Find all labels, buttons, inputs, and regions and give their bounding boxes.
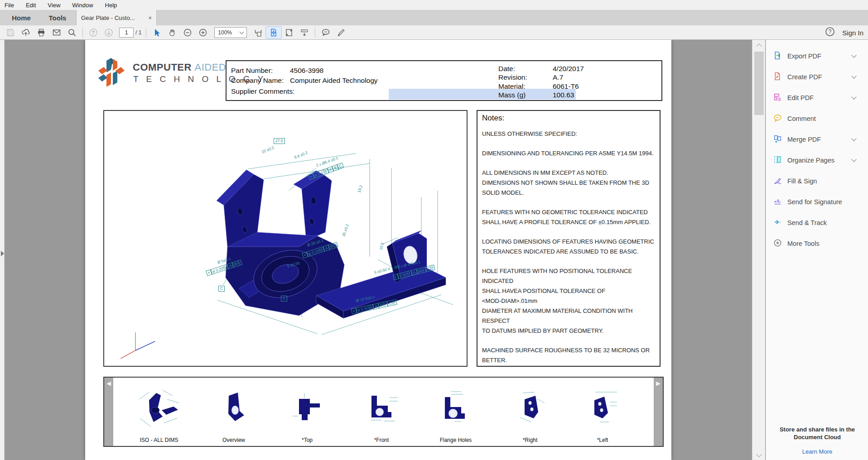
- sidebar-item-merge-pdf[interactable]: Merge PDF: [766, 130, 868, 149]
- sidebar-item-label: Send for Signature: [787, 198, 842, 206]
- search-button[interactable]: [64, 27, 80, 38]
- comment-bubble-icon: [321, 28, 330, 37]
- view-thumbnail-5[interactable]: Flange Holes: [422, 379, 490, 444]
- zoom-level-dropdown[interactable]: 100%: [214, 27, 247, 38]
- scroll-down-icon[interactable]: [756, 451, 762, 457]
- select-tool-button[interactable]: [149, 27, 164, 38]
- dock-toolbar-button[interactable]: [297, 27, 312, 38]
- strip-scroll-right-icon[interactable]: ▶: [654, 378, 663, 446]
- thumbnail-label: *Top: [302, 437, 313, 444]
- help-icon[interactable]: ?: [825, 27, 835, 38]
- menu-item-edit[interactable]: Edit: [25, 2, 37, 9]
- fit-page-button[interactable]: [266, 27, 281, 38]
- fill-sign-icon: [773, 176, 782, 187]
- hand-tool-icon: [168, 28, 177, 37]
- chevron-down-icon: [240, 29, 244, 34]
- menu-item-view[interactable]: View: [47, 2, 61, 9]
- view-thumbnail-4[interactable]: *Front: [347, 379, 415, 444]
- header-value: 6061-T6: [553, 82, 579, 91]
- highlighter-button[interactable]: [333, 27, 349, 38]
- thumbnail-image: [213, 379, 254, 437]
- sign-in-button[interactable]: Sign In: [842, 29, 863, 37]
- sidebar-item-comment[interactable]: Comment: [766, 110, 868, 128]
- fit-width-button[interactable]: [251, 27, 266, 38]
- vertical-scrollbar[interactable]: [752, 40, 765, 460]
- sidebar-item-label: Comment: [787, 115, 816, 122]
- menu-bar: FileEditViewWindowHelp: [0, 0, 868, 10]
- save-button[interactable]: [3, 27, 18, 38]
- notes-paragraph: ALL DIMENSIONS IN MM EXCEPT AS NOTED. DI…: [482, 168, 655, 198]
- print-button[interactable]: [34, 27, 49, 38]
- chevron-down-icon: [851, 157, 856, 162]
- chevron-down-icon: [851, 94, 856, 99]
- supplier-comments-field[interactable]: [389, 89, 576, 100]
- scrollbar-thumb[interactable]: [754, 52, 764, 115]
- sidebar-item-organize-pages[interactable]: Organize Pages: [766, 151, 868, 169]
- strip-scroll-left-icon[interactable]: ◀: [104, 378, 113, 446]
- gear-plate-3d-view: [104, 111, 467, 366]
- menu-item-window[interactable]: Window: [71, 2, 94, 9]
- toolbar-divider: [315, 28, 315, 38]
- view-thumbnail-6[interactable]: *Right: [496, 379, 564, 444]
- header-label: Material:: [498, 82, 525, 91]
- sidebar-item-create-pdf[interactable]: Create PDF: [766, 68, 868, 86]
- page-number-input[interactable]: [119, 28, 134, 38]
- close-tab-icon[interactable]: ×: [148, 14, 152, 21]
- page-total-label: / 1: [135, 29, 141, 36]
- zoom-in-button[interactable]: [195, 27, 211, 38]
- sidebar-item-label: Edit PDF: [787, 94, 814, 101]
- menu-item-file[interactable]: File: [4, 2, 15, 9]
- fullscreen-button[interactable]: [281, 27, 297, 38]
- thumbnail-image: [435, 379, 477, 437]
- sidebar-item-label: Organize Pages: [787, 157, 834, 164]
- header-value: 4506-3998: [290, 67, 323, 75]
- view-thumbnail-1[interactable]: ISO - ALL DIMS: [125, 379, 193, 444]
- menu-item-help[interactable]: Help: [104, 2, 118, 9]
- header-label: Company Name:: [231, 77, 284, 85]
- header-value: 4/20/2017: [553, 65, 584, 73]
- view-thumbnail-7[interactable]: *Left: [569, 379, 637, 444]
- view-thumbnail-3[interactable]: *Top: [273, 379, 341, 444]
- pdf-page: COMPUTER AIDED T E C H N O L O G Y Part …: [85, 40, 671, 460]
- search-icon: [68, 28, 77, 37]
- thumbnail-label: *Left: [597, 437, 608, 444]
- zoom-in-icon: [198, 28, 207, 37]
- header-label: Date:: [498, 65, 515, 73]
- sidebar-item-export-pdf[interactable]: Export PDF: [766, 47, 868, 65]
- view-thumbnail-2[interactable]: Overview: [200, 379, 268, 444]
- sidebar-item-label: More Tools: [787, 240, 820, 247]
- scroll-up-icon[interactable]: [756, 43, 762, 49]
- tab-tools[interactable]: Tools: [42, 10, 73, 25]
- acrobat-window: FileEditViewWindowHelp Home Tools Gear P…: [0, 0, 868, 460]
- promo-text: Store and share files in the Document Cl…: [766, 426, 868, 441]
- page-down-button[interactable]: [101, 27, 116, 38]
- drawing-viewport[interactable]: 2 x Ø6.4 ±0.1⌖ø 0.1ⓂABC27.522 ±0.25.6 ±0…: [103, 110, 468, 367]
- email-button[interactable]: [49, 27, 64, 38]
- sidebar-item-label: Export PDF: [787, 53, 821, 60]
- expand-pane-arrow-icon[interactable]: [1, 251, 4, 256]
- learn-more-link[interactable]: Learn More: [802, 448, 832, 455]
- toolbar-divider: [82, 28, 83, 38]
- logo-line1: COMPUTER AIDED: [133, 62, 226, 73]
- sidebar-item-label: Send & Track: [787, 219, 827, 226]
- zoom-out-button[interactable]: [180, 27, 195, 38]
- dock-toolbar-icon: [300, 28, 309, 37]
- merge-pdf-icon: [773, 134, 782, 145]
- sidebar-item-send-track[interactable]: Send & Track: [766, 214, 868, 232]
- sidebar-item-edit-pdf[interactable]: Edit PDF: [766, 89, 868, 107]
- print-icon: [37, 28, 46, 37]
- main-toolbar: / 1100%: [0, 25, 868, 40]
- page-up-button[interactable]: [86, 27, 101, 38]
- sidebar-item-send-for-signature[interactable]: Send for Signature: [766, 193, 868, 211]
- hand-tool-button[interactable]: [164, 27, 180, 38]
- tab-document[interactable]: Gear Plate - Custo... ×: [76, 10, 157, 25]
- notes-title: Notes:: [482, 114, 655, 123]
- notes-panel: Notes: UNLESS OTHERWISE SPECIFIED:DIMENS…: [477, 110, 661, 367]
- sidebar-item-fill-sign[interactable]: Fill & Sign: [766, 172, 868, 190]
- header-label: Revision:: [498, 73, 527, 81]
- comment-bubble-button[interactable]: [318, 27, 333, 38]
- thumbnail-image: [511, 379, 549, 437]
- tab-home[interactable]: Home: [5, 10, 37, 25]
- sidebar-item-more-tools[interactable]: More Tools: [766, 235, 868, 253]
- cloud-upload-button[interactable]: [18, 27, 34, 38]
